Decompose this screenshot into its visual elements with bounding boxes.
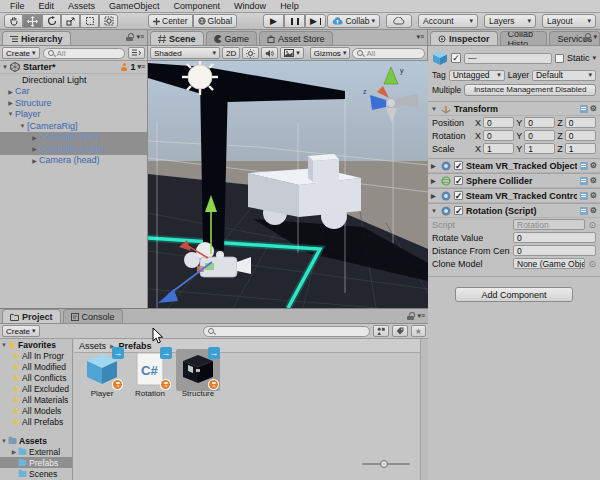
- help-book-icon[interactable]: [580, 162, 588, 170]
- scale-x-field[interactable]: 1: [483, 143, 514, 154]
- tab-asset-store[interactable]: Asset Store: [259, 31, 333, 45]
- menu-file[interactable]: File: [3, 1, 32, 11]
- pivot-center-button[interactable]: Center: [148, 14, 193, 28]
- tab-hierarchy[interactable]: Hierarchy: [2, 31, 71, 45]
- rotate-value-field[interactable]: 0: [513, 232, 596, 243]
- search-by-label-icon[interactable]: [392, 325, 408, 337]
- favorite-all-prefabs[interactable]: ★All Prefabs: [0, 416, 72, 427]
- lock-icon[interactable]: [583, 33, 590, 41]
- gizmos-dropdown[interactable]: Gizmos▾: [310, 47, 351, 59]
- hand-tool-icon[interactable]: [4, 14, 23, 28]
- shading-mode-dropdown[interactable]: Shaded▾: [150, 47, 220, 59]
- menu-gameobject[interactable]: GameObject: [102, 1, 167, 11]
- menu-edit[interactable]: Edit: [32, 1, 62, 11]
- scene-search-input[interactable]: All: [352, 48, 425, 59]
- project-scrollbar[interactable]: [420, 339, 428, 480]
- favorite-all-conflicts[interactable]: ★All Conflicts: [0, 372, 72, 383]
- tag-dropdown[interactable]: Untagged▾: [449, 70, 505, 81]
- account-dropdown[interactable]: Account▾: [418, 14, 478, 28]
- active-checkbox[interactable]: ✓: [451, 53, 461, 63]
- hierarchy-item-car[interactable]: ▶Car: [0, 86, 147, 98]
- menu-help[interactable]: Help: [273, 1, 306, 11]
- toggle-2d-button[interactable]: 2D: [222, 47, 240, 59]
- instance-management-button[interactable]: Instance Management Disabled: [464, 84, 596, 96]
- add-component-button[interactable]: Add Component: [455, 287, 573, 302]
- layout-dropdown[interactable]: Layout▾: [542, 14, 596, 28]
- component-enabled-checkbox[interactable]: ✓: [454, 206, 463, 215]
- menu-assets[interactable]: Assets: [61, 1, 102, 11]
- open-model-arrow-icon[interactable]: →: [208, 347, 220, 359]
- component-enabled-checkbox[interactable]: ✓: [454, 176, 463, 185]
- scale-z-field[interactable]: 1: [565, 143, 596, 154]
- breadcrumb-assets[interactable]: Assets: [79, 341, 106, 351]
- menu-window[interactable]: Window: [227, 1, 273, 11]
- component-steamvr-tracked-controller[interactable]: ▶ ✓ Steam VR_Tracked Contro ⚙: [428, 188, 600, 203]
- open-script-arrow-icon[interactable]: →: [160, 347, 172, 359]
- rotation-y-field[interactable]: 0: [524, 130, 555, 141]
- script-reference-field[interactable]: Rotation: [513, 219, 585, 230]
- assets-root[interactable]: ▼ Assets: [0, 435, 72, 446]
- favorites-filter-icon[interactable]: ★: [411, 325, 426, 337]
- panel-menu-icon[interactable]: ▾≡: [136, 33, 144, 41]
- component-enabled-checkbox[interactable]: ✓: [454, 191, 463, 200]
- favorites-root[interactable]: ▼★Favorites: [0, 339, 72, 350]
- static-checkbox[interactable]: [555, 54, 564, 63]
- layers-dropdown[interactable]: Layers▾: [484, 14, 536, 28]
- collab-dropdown[interactable]: Collab▾: [327, 14, 380, 28]
- scale-tool-icon[interactable]: [61, 14, 80, 28]
- help-book-icon[interactable]: [580, 207, 588, 215]
- cloud-services-button[interactable]: [386, 14, 412, 28]
- hierarchy-search-input[interactable]: All: [43, 48, 125, 59]
- hierarchy-item-camera-head[interactable]: ▶Camera (head): [0, 155, 147, 167]
- hierarchy-item-controller-right[interactable]: ▶Controller (right): [0, 143, 147, 155]
- hierarchy-item-directional-light[interactable]: Directional Light: [0, 74, 147, 86]
- scene-menu-icon[interactable]: ▾≡: [137, 63, 145, 71]
- favorite-all-materials[interactable]: ★All Materials: [0, 394, 72, 405]
- scene-row-starter[interactable]: ▼ Starter* 1 ▾≡: [0, 61, 147, 74]
- lock-icon[interactable]: [126, 33, 133, 41]
- tab-inspector[interactable]: Inspector: [430, 31, 498, 45]
- rect-tool-icon[interactable]: [80, 14, 99, 28]
- step-button[interactable]: ▶: [305, 14, 326, 28]
- panel-menu-icon[interactable]: ▾≡: [417, 312, 425, 320]
- search-by-type-icon[interactable]: [373, 325, 389, 337]
- project-create-button[interactable]: Create▾: [2, 325, 40, 337]
- menu-component[interactable]: Component: [167, 1, 228, 11]
- object-picker-icon[interactable]: ⊙: [588, 220, 596, 230]
- position-z-field[interactable]: 0: [565, 117, 596, 128]
- scene-audio-icon[interactable]: [261, 47, 278, 59]
- project-search-input[interactable]: [203, 326, 370, 337]
- rotation-z-field[interactable]: 0: [565, 130, 596, 141]
- object-name-field[interactable]: —: [464, 53, 552, 64]
- gear-icon[interactable]: ⚙: [590, 206, 597, 215]
- layer-dropdown[interactable]: Default▾: [532, 70, 596, 81]
- component-enabled-checkbox[interactable]: ✓: [454, 161, 463, 170]
- favorite-all-in-progress[interactable]: ★All In Progr: [0, 350, 72, 361]
- move-tool-icon[interactable]: [23, 14, 42, 28]
- position-x-field[interactable]: 0: [483, 117, 514, 128]
- thumbnail-size-slider[interactable]: [362, 463, 410, 465]
- component-steamvr-tracked-object[interactable]: ▶ ✓ Steam VR_Tracked Object ⚙: [428, 158, 600, 173]
- hierarchy-create-button[interactable]: Create▾: [2, 47, 40, 59]
- asset-structure[interactable]: → Structure: [176, 351, 220, 398]
- open-prefab-arrow-icon[interactable]: →: [112, 347, 124, 359]
- tab-console[interactable]: Console: [63, 309, 123, 323]
- panel-menu-icon[interactable]: ▾≡: [416, 33, 424, 41]
- folder-external[interactable]: ▶ External: [0, 446, 72, 457]
- gear-icon[interactable]: ⚙: [590, 191, 597, 200]
- gear-icon[interactable]: ⚙: [590, 104, 597, 113]
- scene-effects-dropdown[interactable]: ▾: [280, 47, 304, 59]
- rotation-x-field[interactable]: 0: [483, 130, 514, 141]
- hierarchy-item-structure[interactable]: ▶Structure: [0, 97, 147, 109]
- tab-project[interactable]: Project: [2, 309, 61, 323]
- panel-menu-icon[interactable]: ▾: [593, 33, 597, 41]
- clone-model-field[interactable]: None (Game Object: [513, 258, 585, 269]
- help-book-icon[interactable]: [580, 192, 588, 200]
- transform-component-header[interactable]: ▼ Transform ⚙: [428, 101, 600, 116]
- favorite-all-excluded[interactable]: ★All Excluded: [0, 383, 72, 394]
- asset-player[interactable]: → Player: [80, 351, 124, 398]
- hierarchy-sort-icon[interactable]: [128, 47, 145, 59]
- folder-prefabs[interactable]: Prefabs: [0, 457, 72, 468]
- scene-viewport[interactable]: y z: [148, 61, 428, 308]
- tab-collab-history[interactable]: Collab Histo: [500, 31, 548, 45]
